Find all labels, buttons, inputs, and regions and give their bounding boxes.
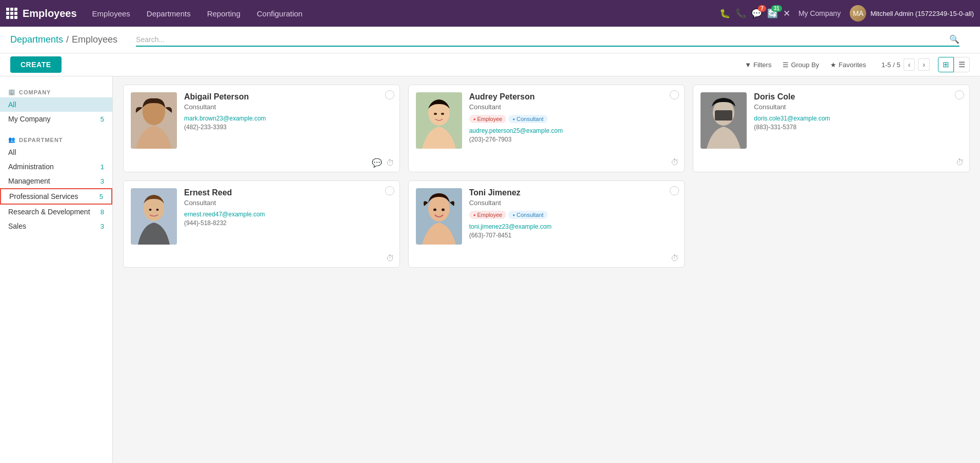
favorites-button[interactable]: ★ Favorites (826, 59, 870, 71)
topnav: Employees Employees Departments Reportin… (0, 0, 980, 27)
employee-card-doris[interactable]: Doris Cole Consultant doris.cole31@examp… (693, 85, 970, 172)
sidebar-item-label: All (8, 100, 16, 109)
company-section-title: 🏢 COMPANY (0, 85, 112, 97)
employee-phone: (203)-276-7903 (469, 136, 677, 143)
card-footer: ⏱ (124, 252, 399, 267)
clock-icon[interactable]: ⏱ (386, 158, 394, 168)
sidebar-item-count: 1 (101, 163, 104, 171)
sidebar-item-all-company[interactable]: All (0, 97, 112, 112)
svg-rect-9 (715, 110, 732, 120)
card-info: Ernest Reed Consultant ernest.reed47@exa… (184, 188, 392, 227)
employee-card-ernest[interactable]: Ernest Reed Consultant ernest.reed47@exa… (123, 180, 400, 268)
employee-name: Doris Cole (754, 92, 962, 102)
sidebar-item-rd[interactable]: Research & Development 8 (0, 205, 112, 219)
sidebar-item-my-company[interactable]: My Company 5 (0, 112, 112, 126)
user-avatar: MA (850, 5, 866, 22)
clock-icon[interactable]: ⏱ (671, 158, 679, 167)
avatar-toni (416, 188, 462, 245)
search-input[interactable] (136, 33, 949, 46)
sidebar-item-label: My Company (8, 115, 50, 123)
card-tags: Employee Consultant (469, 211, 677, 219)
employee-name: Audrey Peterson (469, 92, 677, 102)
nav-reporting[interactable]: Reporting (200, 6, 248, 21)
sidebar-item-all-dept[interactable]: All (0, 145, 112, 159)
content-area: Abigail Peterson Consultant mark.brown23… (113, 76, 980, 463)
clock-icon[interactable]: ⏱ (671, 254, 679, 263)
tag-consultant: Consultant (508, 211, 547, 219)
breadcrumb: Departments / Employees (10, 34, 117, 45)
close-icon[interactable]: ✕ (783, 8, 790, 19)
sidebar-item-count: 3 (101, 223, 104, 230)
card-select-ernest[interactable] (385, 186, 394, 195)
employee-card-abigail[interactable]: Abigail Peterson Consultant mark.brown23… (123, 85, 400, 172)
create-button[interactable]: CREATE (10, 56, 62, 73)
filter-icon: ▼ (745, 61, 751, 69)
card-footer: ⏱ (693, 156, 969, 171)
avatar-audrey (416, 92, 462, 149)
avatar-ernest (131, 188, 177, 245)
refresh-icon[interactable]: 🔄 31 (767, 8, 778, 19)
building-icon: 🏢 (8, 89, 16, 95)
employee-phone: (663)-707-8451 (469, 232, 677, 239)
card-info: Doris Cole Consultant doris.cole31@examp… (754, 92, 962, 131)
employee-title: Consultant (469, 199, 677, 207)
next-page-button[interactable]: › (918, 58, 930, 71)
phone-icon[interactable]: 📞 (735, 8, 746, 19)
card-select-abigail[interactable] (385, 90, 394, 99)
employee-email: doris.cole31@example.com (754, 115, 962, 122)
groupby-button[interactable]: ☰ Group By (778, 59, 823, 71)
sidebar-item-sales[interactable]: Sales 3 (0, 219, 112, 233)
employee-card-audrey[interactable]: Audrey Peterson Consultant Employee Cons… (408, 85, 685, 172)
tag-consultant: Consultant (508, 115, 547, 123)
sidebar-item-count: 5 (101, 115, 104, 123)
employee-card-toni[interactable]: Toni Jimenez Consultant Employee Consult… (408, 180, 685, 268)
breadcrumb-current: Employees (72, 34, 117, 45)
sidebar-item-management[interactable]: Management 3 (0, 174, 112, 188)
employee-name: Toni Jimenez (469, 188, 677, 197)
clock-icon[interactable]: ⏱ (386, 254, 394, 263)
sidebar-item-label: Administration (8, 163, 54, 171)
sidebar-item-label: Management (8, 177, 50, 185)
app-logo[interactable]: Employees (6, 8, 77, 19)
sidebar-item-professional-services[interactable]: Professional Services 5 (0, 188, 112, 205)
nav-employees[interactable]: Employees (85, 6, 137, 21)
star-icon: ★ (830, 61, 836, 69)
search-button[interactable]: 🔍 (949, 34, 959, 44)
bug-icon[interactable]: 🐛 (719, 8, 730, 19)
card-select-doris[interactable] (955, 90, 964, 99)
list-view-button[interactable]: ☰ (954, 57, 970, 72)
employee-phone: (944)-518-8232 (184, 219, 392, 227)
topnav-icons: 🐛 📞 💬 7 🔄 31 ✕ My Company MA Mitchell Ad… (719, 5, 974, 22)
svg-point-6 (441, 113, 444, 115)
svg-point-15 (428, 196, 450, 222)
sidebar: 🏢 COMPANY All My Company 5 👥 DEPARTMENT … (0, 76, 113, 463)
card-top: Toni Jimenez Consultant Employee Consult… (409, 181, 685, 252)
svg-point-16 (433, 209, 436, 211)
refresh-badge: 31 (771, 5, 782, 12)
filters-button[interactable]: ▼ Filters (741, 59, 775, 71)
card-top: Abigail Peterson Consultant mark.brown23… (124, 85, 399, 156)
employee-phone: (883)-331-5378 (754, 124, 962, 131)
card-top: Audrey Peterson Consultant Employee Cons… (409, 85, 685, 156)
avatar-doris (701, 92, 747, 149)
card-info: Audrey Peterson Consultant Employee Cons… (469, 92, 677, 143)
chat-icon[interactable]: 💬 (372, 158, 382, 168)
employee-email: ernest.reed47@example.com (184, 211, 392, 218)
toolbar-right: ▼ Filters ☰ Group By ★ Favorites 1-5 / 5… (741, 57, 970, 72)
user-menu[interactable]: MA Mitchell Admin (15722349-15-0-all) (850, 5, 974, 22)
user-name: Mitchell Admin (15722349-15-0-all) (870, 10, 974, 17)
nav-configuration[interactable]: Configuration (250, 6, 310, 21)
toolbar: CREATE ▼ Filters ☰ Group By ★ Favorites … (0, 53, 980, 76)
card-footer: 💬 ⏱ (124, 156, 399, 172)
svg-point-17 (442, 209, 445, 211)
breadcrumb-parent[interactable]: Departments (10, 34, 63, 45)
company-selector[interactable]: My Company (798, 9, 841, 17)
sidebar-item-administration[interactable]: Administration 1 (0, 159, 112, 174)
kanban-view-button[interactable]: ⊞ (938, 57, 954, 72)
employee-title: Consultant (754, 103, 962, 111)
prev-page-button[interactable]: ‹ (904, 58, 915, 71)
clock-icon[interactable]: ⏱ (956, 158, 964, 167)
nav-departments[interactable]: Departments (139, 6, 198, 21)
chat-icon[interactable]: 💬 7 (751, 8, 762, 19)
view-toggle: ⊞ ☰ (938, 57, 970, 72)
